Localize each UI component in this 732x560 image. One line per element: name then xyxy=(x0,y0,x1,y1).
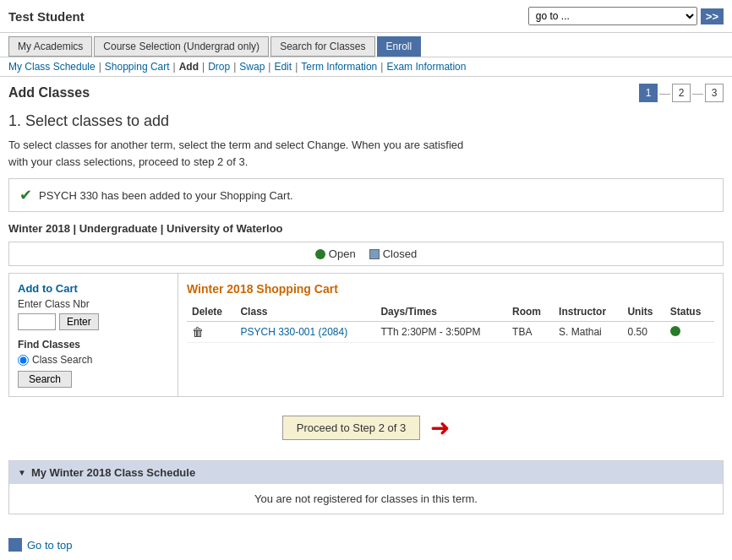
header: Test Student go to ... >> xyxy=(0,0,732,33)
step-2: 2 xyxy=(672,84,691,102)
tab-my-academics[interactable]: My Academics xyxy=(8,36,92,57)
col-days-times: Days/Times xyxy=(375,302,507,322)
page-header: Add Classes 1 — 2 — 3 xyxy=(0,77,732,106)
class-nbr-row: Enter xyxy=(18,313,169,330)
status-open-icon xyxy=(670,326,680,336)
status-legend: Open Closed xyxy=(8,242,724,266)
class-nbr-input[interactable] xyxy=(18,313,56,330)
section-title: 1. Select classes to add xyxy=(8,112,724,130)
goto-container: go to ... >> xyxy=(528,7,724,25)
subnav-shopping-cart[interactable]: Shopping Cart xyxy=(105,61,170,73)
success-text: PSYCH 330 has been added to your Shoppin… xyxy=(39,189,293,202)
cell-class: PSYCH 330-001 (2084) xyxy=(235,322,375,343)
proceed-button[interactable]: Proceed to Step 2 of 3 xyxy=(282,416,420,440)
collapse-triangle-icon: ▼ xyxy=(18,468,26,477)
col-delete: Delete xyxy=(187,302,235,322)
col-units: Units xyxy=(622,302,664,322)
legend-closed: Closed xyxy=(369,247,417,260)
delete-icon[interactable]: 🗑 xyxy=(192,325,204,339)
proceed-area: Proceed to Step 2 of 3 ➜ xyxy=(8,407,724,449)
legend-open: Open xyxy=(315,247,356,260)
schedule-body: You are not registered for classes in th… xyxy=(9,484,723,514)
cell-room: TBA xyxy=(507,322,554,343)
description-text: To select classes for another term, sele… xyxy=(8,137,724,170)
schedule-empty-message: You are not registered for classes in th… xyxy=(254,492,478,505)
class-search-radio[interactable] xyxy=(18,355,29,366)
enter-class-nbr-label: Enter Class Nbr xyxy=(18,298,169,310)
schedule-section: ▼ My Winter 2018 Class Schedule You are … xyxy=(8,460,724,514)
class-link[interactable]: PSYCH 330-001 (2084) xyxy=(240,326,347,338)
cart-section: Add to Cart Enter Class Nbr Enter Find C… xyxy=(8,273,724,397)
cell-status xyxy=(665,322,714,343)
footer: Go to top xyxy=(0,531,732,558)
schedule-title: My Winter 2018 Class Schedule xyxy=(31,466,195,479)
add-to-cart-title: Add to Cart xyxy=(18,282,169,295)
goto-select[interactable]: go to ... xyxy=(528,7,697,25)
sub-nav: My Class Schedule | Shopping Cart | Add … xyxy=(0,57,732,77)
subnav-my-class-schedule[interactable]: My Class Schedule xyxy=(8,61,96,73)
subnav-drop[interactable]: Drop xyxy=(208,61,230,73)
page-student-name: Test Student xyxy=(8,9,85,24)
search-button[interactable]: Search xyxy=(18,371,72,388)
cart-title: Winter 2018 Shopping Cart xyxy=(187,282,714,296)
page-title: Add Classes xyxy=(8,85,90,101)
checkmark-icon: ✔ xyxy=(19,186,32,204)
tab-search-classes[interactable]: Search for Classes xyxy=(270,36,374,57)
closed-dot-icon xyxy=(369,249,380,259)
step-3: 3 xyxy=(705,84,724,102)
open-dot-icon xyxy=(315,249,325,259)
cell-units: 0.50 xyxy=(622,322,664,343)
open-label: Open xyxy=(329,247,356,260)
tab-course-selection[interactable]: Course Selection (Undergrad only) xyxy=(94,36,269,57)
subnav-edit[interactable]: Edit xyxy=(274,61,292,73)
cell-instructor: S. Mathai xyxy=(554,322,622,343)
col-instructor: Instructor xyxy=(554,302,622,322)
success-message: ✔ PSYCH 330 has been added to your Shopp… xyxy=(8,178,724,212)
col-room: Room xyxy=(507,302,554,322)
table-row: 🗑 PSYCH 330-001 (2084) TTh 2:30PM - 3:50… xyxy=(187,322,714,343)
main-content: 1. Select classes to add To select class… xyxy=(0,106,732,531)
subnav-exam-information[interactable]: Exam Information xyxy=(386,61,466,73)
go-to-top-link[interactable]: Go to top xyxy=(27,539,72,552)
subnav-swap[interactable]: Swap xyxy=(239,61,265,73)
term-info: Winter 2018 | Undergraduate | University… xyxy=(8,222,724,235)
steps-indicator: 1 — 2 — 3 xyxy=(639,84,724,102)
cell-delete: 🗑 xyxy=(187,322,235,343)
nav-tabs: My Academics Course Selection (Undergrad… xyxy=(0,33,732,57)
col-status: Status xyxy=(665,302,714,322)
cell-days-times: TTh 2:30PM - 3:50PM xyxy=(375,322,507,343)
goto-button[interactable]: >> xyxy=(701,8,724,24)
step-1: 1 xyxy=(639,84,658,102)
tab-enroll[interactable]: Enroll xyxy=(377,36,422,57)
class-search-radio-row: Class Search xyxy=(18,354,169,366)
cart-table-container: Winter 2018 Shopping Cart Delete Class D… xyxy=(178,274,723,396)
subnav-add: Add xyxy=(179,61,199,73)
enter-button[interactable]: Enter xyxy=(59,313,99,330)
schedule-header[interactable]: ▼ My Winter 2018 Class Schedule xyxy=(9,461,723,484)
arrow-right-icon: ➜ xyxy=(430,414,450,442)
class-search-label: Class Search xyxy=(32,354,92,366)
go-to-top-icon xyxy=(8,538,22,552)
subnav-term-information[interactable]: Term Information xyxy=(301,61,377,73)
cart-layout: Add to Cart Enter Class Nbr Enter Find C… xyxy=(9,274,723,396)
add-to-cart-panel: Add to Cart Enter Class Nbr Enter Find C… xyxy=(9,274,178,396)
col-class: Class xyxy=(235,302,375,322)
cart-table: Delete Class Days/Times Room Instructor … xyxy=(187,302,714,343)
closed-label: Closed xyxy=(383,247,417,260)
find-classes-label: Find Classes xyxy=(18,339,169,351)
